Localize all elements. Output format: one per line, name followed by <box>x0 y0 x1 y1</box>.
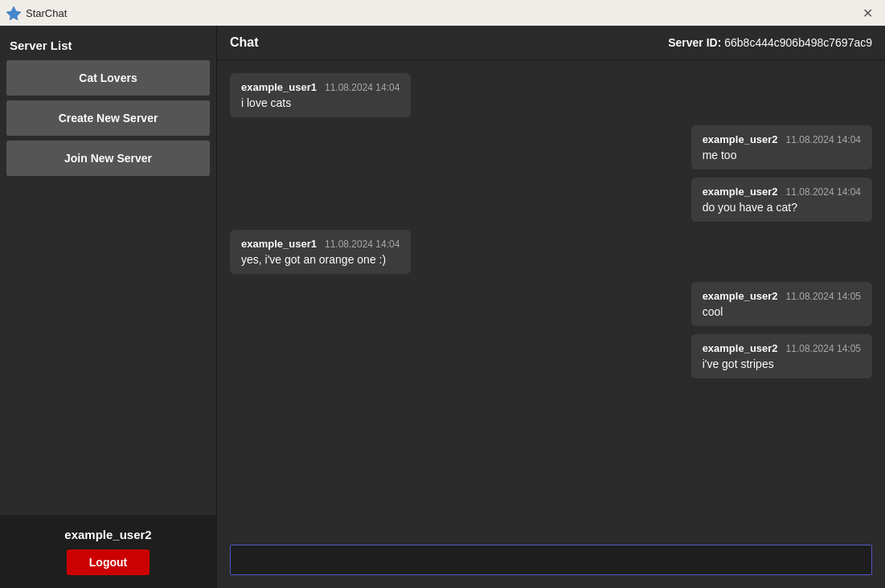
message-text: i've got stripes <box>703 357 861 370</box>
message-bubble: example_user111.08.2024 14:04yes, i've g… <box>230 230 411 274</box>
titlebar-left: StarChat <box>6 6 67 20</box>
join-new-server-button[interactable]: Join New Server <box>6 141 210 176</box>
messages-container: example_user111.08.2024 14:04i love cats… <box>217 60 885 537</box>
message-row: example_user211.08.2024 14:04do you have… <box>230 178 872 222</box>
chat-header: Chat Server ID: 66b8c444c906b498c7697ac9 <box>217 26 885 60</box>
app-icon <box>6 6 21 20</box>
message-text: yes, i've got an orange one :) <box>241 253 399 266</box>
server-cat-lovers[interactable]: Cat Lovers <box>6 60 210 96</box>
message-bubble: example_user211.08.2024 14:05cool <box>691 282 872 326</box>
sidebar-footer: example_user2 Logout <box>0 515 216 588</box>
server-id-value: 66b8c444c906b498c7697ac9 <box>724 36 872 49</box>
message-meta: example_user211.08.2024 14:04 <box>703 133 861 145</box>
message-author: example_user2 <box>703 290 778 302</box>
message-author: example_user1 <box>241 81 317 93</box>
message-text: cool <box>703 305 861 318</box>
chat-area: Chat Server ID: 66b8c444c906b498c7697ac9… <box>217 26 885 588</box>
input-area <box>217 537 885 588</box>
server-id-label: Server ID: <box>668 36 721 49</box>
message-time: 11.08.2024 14:04 <box>786 134 861 145</box>
server-id-area: Server ID: 66b8c444c906b498c7697ac9 <box>668 36 872 49</box>
titlebar-title: StarChat <box>26 7 67 19</box>
chat-title: Chat <box>230 35 259 50</box>
message-author: example_user1 <box>241 238 317 250</box>
current-username: example_user2 <box>64 528 151 541</box>
message-bubble: example_user211.08.2024 14:04me too <box>691 125 872 169</box>
message-row: example_user211.08.2024 14:05cool <box>230 282 872 326</box>
main-layout: Server List Cat Lovers Create New Server… <box>0 26 885 588</box>
message-time: 11.08.2024 14:04 <box>786 186 861 198</box>
message-row: example_user211.08.2024 14:05i've got st… <box>230 334 872 378</box>
message-row: example_user211.08.2024 14:04me too <box>230 125 872 169</box>
message-time: 11.08.2024 14:05 <box>786 343 861 354</box>
message-time: 11.08.2024 14:05 <box>786 291 861 302</box>
sidebar: Server List Cat Lovers Create New Server… <box>0 26 217 588</box>
server-list: Cat Lovers Create New Server Join New Se… <box>0 60 216 176</box>
message-row: example_user111.08.2024 14:04yes, i've g… <box>230 230 872 274</box>
message-text: me too <box>703 149 861 161</box>
titlebar: StarChat ✕ <box>0 0 885 26</box>
close-button[interactable]: ✕ <box>856 2 879 24</box>
message-time: 11.08.2024 14:04 <box>325 82 399 93</box>
server-list-header: Server List <box>0 26 216 60</box>
create-new-server-button[interactable]: Create New Server <box>6 100 210 136</box>
message-bubble: example_user211.08.2024 14:04do you have… <box>691 178 872 222</box>
message-meta: example_user111.08.2024 14:04 <box>241 81 399 93</box>
message-time: 11.08.2024 14:04 <box>325 239 399 250</box>
message-author: example_user2 <box>703 186 778 198</box>
message-input[interactable] <box>230 545 872 575</box>
message-author: example_user2 <box>703 342 778 354</box>
message-author: example_user2 <box>703 133 778 145</box>
message-text: i love cats <box>241 96 399 109</box>
message-text: do you have a cat? <box>703 201 861 214</box>
logout-button[interactable]: Logout <box>67 549 150 575</box>
message-meta: example_user211.08.2024 14:05 <box>703 342 861 354</box>
message-meta: example_user211.08.2024 14:04 <box>703 186 861 198</box>
message-meta: example_user211.08.2024 14:05 <box>703 290 861 302</box>
message-bubble: example_user111.08.2024 14:04i love cats <box>230 73 411 117</box>
message-meta: example_user111.08.2024 14:04 <box>241 238 399 250</box>
message-row: example_user111.08.2024 14:04i love cats <box>230 73 872 117</box>
message-bubble: example_user211.08.2024 14:05i've got st… <box>691 334 872 378</box>
svg-marker-0 <box>6 6 21 20</box>
